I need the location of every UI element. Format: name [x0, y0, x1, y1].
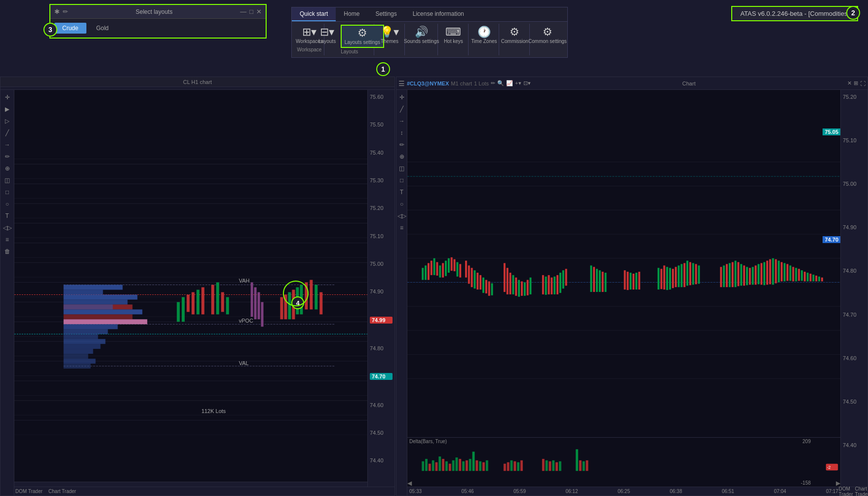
svg-rect-104 — [491, 283, 493, 295]
layouts-button[interactable]: ⊟▾ Layouts — [315, 25, 340, 48]
right-tools-icon[interactable]: ✏ — [491, 80, 495, 86]
svg-rect-116 — [545, 277, 547, 295]
dom-trader-status[interactable]: DOM Trader — [15, 489, 42, 494]
trash-tool[interactable]: 🗑 — [2, 246, 13, 257]
tab-license[interactable]: License information — [405, 7, 472, 21]
crosshair-tool[interactable]: ✛ — [2, 92, 13, 103]
common-settings-label: Common settings — [528, 39, 567, 44]
tab-settings[interactable]: Settings — [367, 7, 404, 21]
right-lots: 1 Lots — [474, 81, 489, 86]
svg-rect-200 — [462, 461, 465, 471]
arrow-right2-tool[interactable]: ▷ — [2, 116, 13, 126]
right-chart-canvas — [407, 90, 840, 436]
circle-tool[interactable]: ○ — [2, 199, 13, 209]
svg-rect-156 — [735, 261, 737, 288]
svg-text:-2: -2 — [827, 465, 831, 470]
pencil-tool[interactable]: ✏ — [2, 151, 13, 162]
svg-rect-106 — [507, 268, 509, 294]
sounds-button[interactable]: 🔊 Sounds settings — [401, 25, 442, 46]
close-icon[interactable]: ✕ — [256, 8, 262, 15]
svg-rect-143 — [678, 265, 680, 287]
right-arrow-tool[interactable]: ↕ — [396, 127, 407, 138]
app-title: ATAS v6.0.2.246-beta - [Commodities] — [731, 6, 858, 21]
eraser-tool[interactable]: ◫ — [2, 175, 13, 186]
common-settings-section: ⚙ Common settings — [531, 24, 564, 55]
svg-rect-114 — [530, 278, 532, 294]
svg-rect-45 — [201, 288, 204, 315]
svg-rect-195 — [445, 461, 448, 471]
ray-tool[interactable]: → — [2, 139, 13, 150]
svg-rect-43 — [192, 292, 195, 314]
right-layout-icon[interactable]: ⊡▾ — [523, 80, 531, 86]
svg-rect-141 — [672, 269, 674, 288]
svg-rect-28 — [64, 309, 143, 314]
hotkeys-button[interactable]: ⌨ Hot keys — [441, 25, 466, 46]
delta-section: Delta(Bars, True) 209 — [407, 437, 840, 487]
right-undock-icon[interactable]: ⊞ — [854, 80, 858, 86]
edit-icon[interactable]: ✏ — [63, 8, 68, 15]
right-measure-tool[interactable]: ◁▷ — [396, 210, 407, 221]
right-ray-tool[interactable]: → — [396, 116, 407, 126]
svg-rect-36 — [64, 349, 93, 354]
right-add-icon[interactable]: +▾ — [515, 80, 521, 86]
scroll-left-icon[interactable]: ◀ — [407, 480, 412, 487]
svg-rect-160 — [746, 267, 748, 285]
svg-rect-155 — [732, 262, 734, 288]
line-tool[interactable]: ╱ — [2, 127, 13, 138]
svg-rect-193 — [438, 456, 441, 471]
measure-tool[interactable]: ◁▷ — [2, 222, 13, 233]
right-circle-tool[interactable]: ○ — [396, 199, 407, 209]
right-rect-tool[interactable]: □ — [396, 175, 407, 186]
svg-rect-93 — [456, 262, 458, 277]
svg-rect-63 — [319, 292, 322, 314]
magnet-tool[interactable]: ⊕ — [2, 163, 13, 174]
right-symbol: #CLQ3@NYMEX — [407, 81, 449, 86]
right-eraser-tool[interactable]: ◫ — [396, 163, 407, 174]
maximize-icon[interactable]: □ — [249, 8, 253, 15]
svg-rect-149 — [695, 264, 697, 284]
minimize-icon[interactable]: — — [240, 8, 246, 15]
svg-rect-47 — [216, 283, 219, 315]
timezones-button[interactable]: 🕐 Time Zones — [468, 25, 500, 46]
tab-quick-start[interactable]: Quick start — [292, 7, 336, 21]
rect-tool[interactable]: □ — [2, 187, 13, 198]
right-fullscreen-icon[interactable]: ⛶ — [860, 81, 866, 86]
right-menu-icon[interactable]: ☰ — [398, 80, 405, 87]
svg-rect-129 — [605, 273, 607, 292]
dom-trader-right[interactable]: DOM Trader — [838, 486, 853, 496]
svg-rect-92 — [454, 259, 456, 271]
right-text-tool[interactable]: T — [396, 187, 407, 198]
right-magnet-tool[interactable]: ⊕ — [396, 151, 407, 162]
right-indicator-icon[interactable]: 📈 — [506, 80, 513, 86]
svg-rect-123 — [565, 269, 567, 286]
svg-rect-173 — [784, 263, 786, 282]
svg-rect-139 — [666, 267, 668, 290]
svg-rect-52 — [258, 292, 260, 319]
chart-trader-right[interactable]: Chart Trader — [855, 486, 868, 496]
themes-button[interactable]: 💡▾ Themes — [377, 25, 402, 46]
svg-rect-117 — [548, 275, 550, 294]
right-zoom-icon[interactable]: 🔍 — [497, 80, 504, 86]
star-icon[interactable]: ✱ — [54, 8, 60, 15]
tab-home[interactable]: Home — [336, 7, 367, 21]
svg-rect-81 — [422, 268, 424, 280]
svg-rect-205 — [479, 461, 481, 471]
text-tool[interactable]: T — [2, 210, 13, 221]
arrow-right-tool[interactable]: ▶ — [2, 104, 13, 115]
svg-rect-118 — [551, 278, 552, 294]
right-line-tool[interactable]: ╱ — [396, 104, 407, 115]
hotkeys-icon: ⌨ — [445, 27, 461, 38]
layout-tab-gold[interactable]: Gold — [88, 23, 117, 34]
svg-rect-206 — [482, 462, 485, 471]
right-fib-tool[interactable]: ≡ — [396, 222, 407, 233]
fib-tool[interactable]: ≡ — [2, 234, 13, 245]
right-close-icon[interactable]: ✕ — [847, 80, 852, 86]
layout-tab-crude[interactable]: Crude — [54, 23, 86, 34]
chart-trader-status[interactable]: Chart Trader — [48, 489, 76, 494]
svg-rect-161 — [749, 268, 751, 285]
svg-rect-152 — [723, 265, 725, 287]
svg-rect-177 — [795, 268, 797, 281]
right-crosshair-tool[interactable]: ✛ — [396, 92, 407, 103]
right-pencil-tool[interactable]: ✏ — [396, 139, 407, 150]
common-settings-button[interactable]: ⚙ Common settings — [525, 25, 570, 46]
